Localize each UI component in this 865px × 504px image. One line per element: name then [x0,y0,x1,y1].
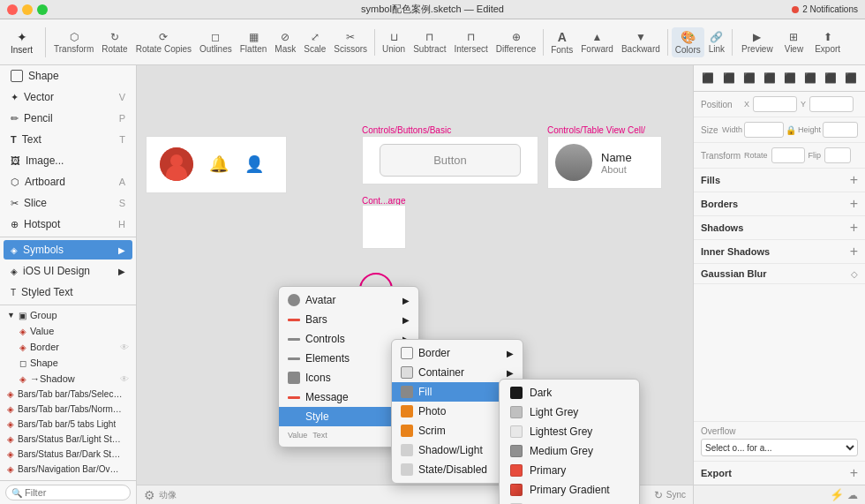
sync-button[interactable]: ↻ Sync [654,489,686,501]
align-left-button[interactable]: ⬛ [697,69,718,87]
style-border[interactable]: Border ▶ [392,343,523,363]
fill-light-grey[interactable]: Light Grey [500,402,639,422]
colors-button[interactable]: 🎨 Colors [672,27,704,57]
layer-border[interactable]: ◈ Border 👁 [0,339,136,355]
tool-text[interactable]: T Text T [4,130,132,149]
size-height-input[interactable] [823,122,858,138]
mask-button[interactable]: ⊘ Mask [271,28,299,56]
align-bottom-button[interactable]: ⬛ [801,70,820,87]
export-button[interactable]: ⬆ Export [809,28,846,56]
flatten-button[interactable]: ▦ Flatten [237,28,271,56]
window-title: symbol配色案例.sketch — Edited [361,3,504,16]
export-section-label: Export [701,468,732,478]
overflow-select[interactable]: Select o... for a... [701,439,858,456]
size-width-input[interactable] [744,122,784,138]
layer-bars-2[interactable]: ◈ Bars/Tab bar/Tabs/Normal... [0,402,136,417]
fill-primary[interactable]: Primary [500,461,639,480]
cloud-icon: ☁ [847,489,858,501]
layer-bars-4[interactable]: ◈ Bars/Status Bar/Light Stat... [0,432,136,447]
position-label: Position [701,100,741,109]
maximize-button[interactable] [37,4,48,15]
backward-button[interactable]: ▼ Backward [618,28,664,56]
fill-white[interactable]: White [500,500,639,504]
transform-button[interactable]: ⬡ Transform [50,28,97,56]
fill-lightest-grey[interactable]: Lightest Grey [500,422,639,441]
layer-styled-text[interactable]: T Styled Text [4,282,132,302]
transform-label: Transform [701,151,741,161]
align-top-button[interactable]: ⬛ [760,70,779,87]
layer-symbols[interactable]: ◈ Symbols ▶ [4,240,132,260]
tool-artboard[interactable]: ⬡ Artboard A [4,172,132,192]
tool-pencil[interactable]: ✏ Pencil P [4,109,132,128]
export-add-button[interactable]: + [850,466,858,480]
layer-value[interactable]: ◈ Value [0,323,136,339]
distribute-h-button[interactable]: ⬛ [821,70,840,87]
fonts-button[interactable]: A Fonts [547,27,576,57]
fills-section: Fills + [694,169,865,192]
layer-shape[interactable]: ◻ Shape [0,355,136,371]
layer-ios[interactable]: ◈ iOS UI Design ▶ [4,261,132,281]
layer-group[interactable]: ▼ ▣ Group [0,307,136,323]
align-right-button[interactable]: ⬛ [740,70,759,87]
flip-input[interactable] [824,147,851,163]
difference-button[interactable]: ⊕ Difference [493,28,539,56]
preview-button[interactable]: ▶ Preview [736,28,778,56]
fill-context-menu: Dark Light Grey Lightest Grey Medium Gre… [499,379,640,504]
size-label: Size [701,125,718,135]
distribute-v-button[interactable]: ⬛ [841,70,861,87]
layer-shadow[interactable]: ◈ →Shadow 👁 [0,371,136,387]
close-button[interactable] [7,4,18,15]
gaussian-blur-label: Gaussian Blur [701,268,767,279]
position-y-input[interactable] [809,96,854,112]
tool-shape[interactable]: Shape [4,66,132,86]
lock-icon[interactable]: 🔒 [786,125,796,135]
subtract-button[interactable]: ⊓ Subtract [410,28,449,56]
table-artboard: Name About [547,136,662,189]
minimize-button[interactable] [22,4,33,15]
fill-primary-gradient[interactable]: Primary Gradient [500,480,639,500]
scissors-button[interactable]: ✂ Scissors [330,28,371,56]
rotate-button[interactable]: ↻ Rotate [98,28,131,56]
align-center-h-button[interactable]: ⬛ [719,70,739,87]
sketch-button: Button [380,144,521,177]
insert-button[interactable]: ✦ Insert [4,27,40,57]
layer-bars-6[interactable]: ◈ Bars/Navigation Bar/Overr... [0,462,136,477]
intersect-button[interactable]: ⊓ Intersect [450,28,491,56]
forward-button[interactable]: ▲ Forward [577,28,617,56]
inner-shadows-add-button[interactable]: + [850,244,858,259]
view-button[interactable]: ⊞ View [779,28,809,56]
position-x-input[interactable] [753,96,797,112]
artboard-label-buttons: Controls/Buttons/Basic [362,125,451,135]
tool-slice[interactable]: ✂ Slice S [4,193,132,213]
layer-bars-1[interactable]: ◈ Bars/Tab bar/Tabs/Selecte... [0,387,136,402]
menu-bars[interactable]: Bars ▶ [279,310,418,329]
link-button[interactable]: 🔗 Link [705,28,728,56]
filter-input[interactable] [25,487,124,498]
filter-search[interactable]: 🔍 [5,485,131,500]
shadows-label: Shadows [701,222,743,233]
fill-dark[interactable]: Dark [500,383,639,402]
table-avatar [555,144,592,181]
outlines-button[interactable]: ◻ Outlines [196,28,236,56]
rotate-input[interactable] [771,147,805,163]
notifications-badge[interactable]: 2 Notifications [792,4,858,14]
menu-avatar[interactable]: Avatar ▶ [279,290,418,310]
fills-add-button[interactable]: + [850,173,858,187]
shadows-add-button[interactable]: + [850,221,858,235]
tool-image[interactable]: 🖼 Image... [4,151,132,170]
shadows-section: Shadows + [694,216,865,240]
rotate-copies-button[interactable]: ⟳ Rotate Copies [132,28,195,56]
borders-section: Borders + [694,192,865,216]
align-center-v-button[interactable]: ⬛ [780,70,800,87]
layer-bars-3[interactable]: ◈ Bars/Tab bar/5 tabs Light [0,417,136,432]
tool-vector[interactable]: ✦ Vector V [4,87,132,107]
layer-bars-5[interactable]: ◈ Bars/Status Bar/Dark Stat... [0,447,136,462]
union-button[interactable]: ⊔ Union [379,28,409,56]
gaussian-blur-section[interactable]: Gaussian Blur ◇ [694,264,865,284]
tool-hotspot[interactable]: ⊕ Hotspot H [4,214,132,234]
bell-icon: 🔔 [209,154,229,174]
scale-button[interactable]: ⤢ Scale [300,28,329,56]
gaussian-blur-arrow: ◇ [851,269,858,279]
fill-medium-grey[interactable]: Medium Grey [500,441,639,461]
borders-add-button[interactable]: + [850,197,858,211]
